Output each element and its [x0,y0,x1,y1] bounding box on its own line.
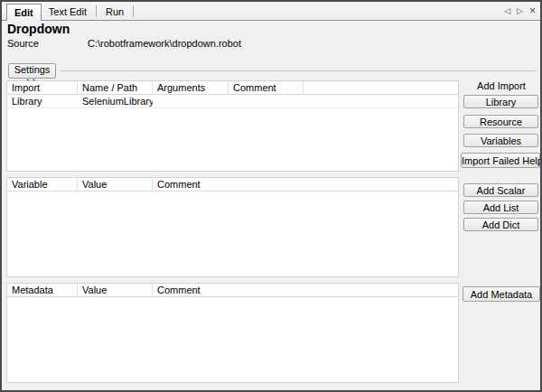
tab-controls: ◁ ▷ × [504,6,536,15]
imports-header-import: Import [7,81,78,94]
tab-separator [96,5,97,17]
settings-divider [61,70,536,71]
add-resource-button[interactable]: Resource [463,115,538,128]
imports-header-arguments: Arguments [153,81,229,94]
import-type-cell[interactable]: Library [7,95,78,107]
imports-header-comment: Comment [229,81,304,94]
variables-header-value: Value [78,178,153,191]
import-comment-cell[interactable] [229,95,304,107]
close-tab-icon[interactable]: × [529,6,536,15]
tab-separator [133,5,134,17]
metadata-table: Metadata Value Comment [6,283,459,383]
tab-scroll-left-icon[interactable]: ◁ [504,6,510,15]
add-import-label: Add Import [463,80,539,91]
ride-editor-window: Edit Text Edit Run ◁ ▷ × Dropdown Source… [0,0,542,392]
variables-header-variable: Variable [7,178,78,191]
tab-edit[interactable]: Edit [6,4,42,21]
source-path: C:\robotframework\dropdown.robot [88,38,241,49]
metadata-header-comment: Comment [153,284,458,296]
source-label: Source [7,38,39,49]
imports-table: Import Name / Path Arguments Comment Lib… [6,80,459,172]
settings-toggle-button[interactable]: Settings >> [8,63,56,79]
metadata-table-header: Metadata Value Comment [7,284,458,297]
add-scalar-button[interactable]: Add Scalar [463,183,538,197]
add-dict-button[interactable]: Add Dict [463,218,538,231]
imports-header-name-path: Name / Path [78,81,153,94]
add-library-button[interactable]: Library [463,95,538,108]
import-name-cell[interactable]: SeleniumLibrary [78,95,153,107]
imports-header-spacer [304,81,458,94]
tab-run[interactable]: Run [98,5,131,20]
add-list-button[interactable]: Add List [463,201,538,214]
imports-table-header: Import Name / Path Arguments Comment [7,81,458,95]
table-row[interactable]: Library SeleniumLibrary [7,95,458,108]
metadata-header-metadata: Metadata [7,284,78,296]
add-metadata-button[interactable]: Add Metadata [463,286,540,302]
import-spacer-cell [304,95,458,107]
tab-scroll-right-icon[interactable]: ▷ [517,6,523,15]
tab-text-edit[interactable]: Text Edit [42,5,94,20]
import-failed-help-button[interactable]: Import Failed Help [461,153,540,168]
variables-table: Variable Value Comment [6,177,459,277]
variables-table-header: Variable Value Comment [7,178,458,191]
tab-bar: Edit Text Edit Run ◁ ▷ × [2,2,540,21]
variables-header-comment: Comment [153,178,458,191]
page-title: Dropdown [7,22,70,36]
metadata-header-value: Value [78,284,153,296]
import-arguments-cell[interactable] [153,95,229,107]
add-variables-button[interactable]: Variables [463,134,538,147]
